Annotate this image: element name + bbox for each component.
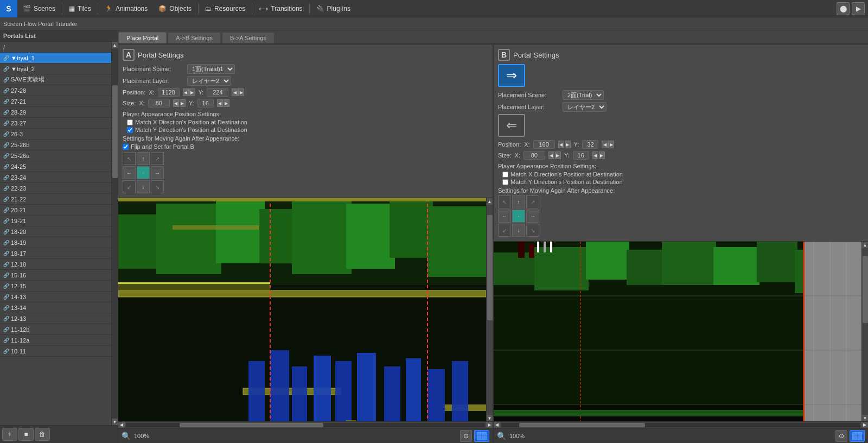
portal-b-sy-dec[interactable]: ◀: [592, 151, 598, 159]
menu-transitions[interactable]: ⟷ Transitions: [253, 0, 308, 17]
dir-b-ne[interactable]: ↗: [526, 195, 539, 208]
menu-btn-1[interactable]: ⬤: [837, 2, 850, 15]
scroll-down[interactable]: ▼: [112, 419, 118, 425]
sidebar-item-0[interactable]: 🔗 ▼tryal_1: [0, 53, 111, 64]
sidebar-item-9[interactable]: 🔗 25-26a: [0, 150, 111, 161]
portal-a-check2[interactable]: [127, 127, 133, 133]
sidebar-item-2[interactable]: 🔗 SAVE実験場: [0, 74, 111, 85]
sidebar-item-25[interactable]: 🔗 11-12b: [0, 324, 111, 335]
dir-b-s[interactable]: ↓: [512, 224, 525, 237]
dir-b-nw[interactable]: ↖: [498, 195, 511, 208]
portal-icon-right[interactable]: ⇒: [498, 64, 525, 87]
portal-b-sx-dec[interactable]: ◀: [548, 151, 554, 159]
sidebar-item-8[interactable]: 🔗 25-26b: [0, 140, 111, 150]
portal-a-layer-select[interactable]: レイヤー2: [187, 76, 231, 86]
sidebar-item-26[interactable]: 🔗 11-12a: [0, 335, 111, 346]
add-portal-button[interactable]: +: [2, 428, 17, 441]
portal-a-x-inc[interactable]: ▶: [189, 88, 195, 96]
dir-a-ne[interactable]: ↗: [151, 152, 164, 165]
canvas-b-scroll-up[interactable]: ▲: [862, 242, 868, 248]
canvas-b-scroll-right[interactable]: ▶: [861, 422, 868, 428]
sidebar-item-5[interactable]: 🔗 28-29: [0, 107, 111, 118]
portal-a-scene-select[interactable]: 1面(Traial)1: [187, 64, 235, 74]
dir-a-s[interactable]: ↓: [137, 180, 150, 193]
dir-b-n[interactable]: ↑: [512, 195, 525, 208]
menu-animations[interactable]: 🏃 Animations: [99, 0, 153, 17]
sidebar-item-24[interactable]: 🔗 12-13: [0, 313, 111, 324]
dir-a-sw[interactable]: ↙: [123, 180, 136, 193]
canvas-b-vscroll[interactable]: ▲ ▼: [861, 242, 868, 421]
sidebar-item-12[interactable]: 🔗 22-23: [0, 183, 111, 194]
scroll-up[interactable]: ▲: [112, 42, 118, 48]
sidebar-item-21[interactable]: 🔗 12-15: [0, 281, 111, 292]
portal-a-sx-inc[interactable]: ▶: [180, 99, 186, 107]
portal-a-y-dec[interactable]: ◀: [232, 88, 238, 96]
portal-b-sx-inc[interactable]: ▶: [555, 151, 561, 159]
canvas-b-view[interactable]: [494, 242, 861, 421]
portal-a-x-dec[interactable]: ◀: [183, 88, 189, 96]
portal-icon-left[interactable]: ⇐: [498, 114, 525, 137]
tab-ab-settings[interactable]: A->B Settings: [168, 32, 221, 43]
sidebar-item-4[interactable]: 🔗 27-21: [0, 96, 111, 107]
menu-objects[interactable]: 📦 Objects: [153, 0, 197, 17]
portal-a-flip-check[interactable]: [123, 144, 129, 150]
sidebar-item-20[interactable]: 🔗 15-16: [0, 270, 111, 281]
portal-b-layer-select[interactable]: レイヤー2: [563, 102, 607, 112]
canvas-a-scroll-up[interactable]: ▲: [487, 198, 493, 205]
portal-b-y-dec[interactable]: ◀: [602, 141, 608, 148]
dir-b-w[interactable]: ←: [498, 210, 511, 223]
portal-b-check1[interactable]: [502, 172, 508, 178]
menu-tiles[interactable]: ▦ Tiles: [63, 0, 97, 17]
dir-b-e[interactable]: →: [526, 210, 539, 223]
menu-plugins[interactable]: 🔌 Plug-ins: [311, 0, 356, 17]
dir-a-w[interactable]: ←: [123, 166, 136, 179]
sidebar-item-18[interactable]: 🔗 18-17: [0, 248, 111, 259]
portal-b-scene-select[interactable]: 2面(Trial): [563, 90, 604, 100]
dir-b-sw[interactable]: ↙: [498, 224, 511, 237]
tab-place-portal[interactable]: Place Portal: [118, 32, 167, 43]
canvas-b-scroll-down[interactable]: ▼: [862, 415, 868, 421]
duplicate-portal-button[interactable]: ■: [18, 428, 34, 441]
dir-b-center[interactable]: ·: [512, 210, 525, 223]
sidebar-scrollbar[interactable]: ▲ ▼: [111, 42, 118, 425]
sidebar-item-23[interactable]: 🔗 13-14: [0, 302, 111, 313]
sidebar-item-22[interactable]: 🔗 14-13: [0, 292, 111, 302]
dir-a-e[interactable]: →: [151, 166, 164, 179]
portal-a-check1[interactable]: [127, 119, 133, 125]
sidebar-item-7[interactable]: 🔗 26-3: [0, 129, 111, 140]
sidebar-item-14[interactable]: 🔗 20-21: [0, 205, 111, 216]
dir-a-se[interactable]: ↘: [151, 180, 164, 193]
sidebar-item-15[interactable]: 🔗 19-21: [0, 216, 111, 226]
menu-resources[interactable]: 🗂 Resources: [200, 0, 251, 17]
portal-b-x-inc[interactable]: ▶: [565, 141, 571, 148]
sidebar-item-16[interactable]: 🔗 18-20: [0, 226, 111, 237]
canvas-b-scroll-left[interactable]: ◀: [494, 422, 500, 428]
dir-b-se[interactable]: ↘: [526, 224, 539, 237]
sidebar-item-27[interactable]: 🔗 10-11: [0, 346, 111, 357]
dir-a-n[interactable]: ↑: [137, 152, 150, 165]
portal-a-sx-dec[interactable]: ◀: [173, 99, 179, 107]
tab-ba-settings[interactable]: B->A Settings: [222, 32, 275, 43]
sidebar-item-10[interactable]: 🔗 24-25: [0, 161, 111, 172]
canvas-a-scroll-left[interactable]: ◀: [118, 422, 125, 428]
canvas-a-scroll-right[interactable]: ▶: [486, 422, 493, 428]
portal-b-check2[interactable]: [502, 179, 508, 185]
dir-a-center[interactable]: ·: [137, 166, 150, 179]
sidebar-item-1[interactable]: 🔗 ▼tryal_2: [0, 64, 111, 74]
menu-scenes[interactable]: 🎬 Scenes: [17, 0, 61, 17]
canvas-a-scroll-down[interactable]: ▼: [487, 415, 493, 421]
sidebar-item-3[interactable]: 🔗 27-28: [0, 85, 111, 96]
portal-a-y-inc[interactable]: ▶: [238, 88, 244, 96]
delete-portal-button[interactable]: 🗑: [35, 428, 50, 441]
portal-b-x-dec[interactable]: ◀: [558, 141, 564, 148]
canvas-a-view[interactable]: [118, 198, 486, 421]
portal-b-sy-inc[interactable]: ▶: [599, 151, 605, 159]
sidebar-item-6[interactable]: 🔗 23-27: [0, 118, 111, 129]
sidebar-item-11[interactable]: 🔗 23-24: [0, 172, 111, 183]
menu-btn-2[interactable]: ▶: [852, 2, 865, 15]
sidebar-item-17[interactable]: 🔗 18-19: [0, 237, 111, 248]
status-a-grid[interactable]: [474, 430, 489, 442]
status-b-grid[interactable]: [850, 430, 865, 442]
canvas-a-vscroll[interactable]: ▲ ▼: [486, 198, 493, 421]
portal-a-sy-dec[interactable]: ◀: [217, 99, 223, 107]
